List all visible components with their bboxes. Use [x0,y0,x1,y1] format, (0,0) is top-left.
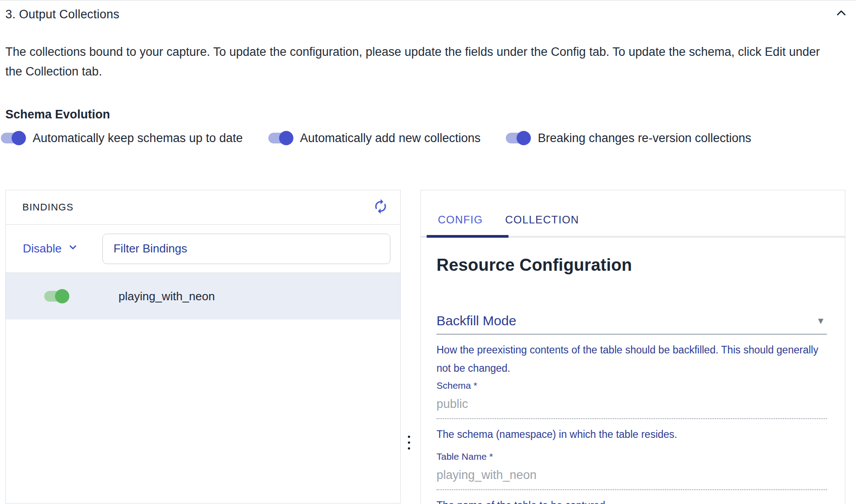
vertical-dots-icon [408,436,410,449]
filter-bindings-input[interactable] [102,234,390,264]
config-tabs: CONFIG COLLECTION [421,190,845,238]
toggle-breaking-changes: Breaking changes re-version collections [506,131,751,145]
output-collections-section: 3. Output Collections The collections bo… [0,0,856,504]
tab-list: CONFIG COLLECTION [427,190,590,238]
binding-row[interactable]: playing_with_neon [6,273,400,319]
bindings-controls: Disable [6,225,400,273]
section-header: 3. Output Collections [5,0,849,28]
dropdown-arrow-icon[interactable]: ▼ [816,316,825,326]
collapse-section-button[interactable] [834,7,849,22]
table-name-field-label: Table Name * [436,451,827,462]
table-name-field-description: The name of the table to be captured. [436,496,827,504]
config-content: Resource Configuration Backfill Mode ▼ H… [421,256,845,504]
chevron-down-icon [68,242,78,256]
backfill-mode-select[interactable]: Backfill Mode ▼ [436,313,827,335]
refresh-icon [373,198,389,216]
switch-knob [517,131,531,145]
tab-collection[interactable]: COLLECTION [494,190,590,238]
schema-field [436,391,827,419]
active-tab-indicator [427,235,509,238]
add-collections-switch[interactable] [268,131,293,145]
switch-knob [12,131,26,145]
schema-field-description: The schema (namespace) in which the tabl… [436,425,827,443]
binding-enabled-switch[interactable] [44,289,69,303]
switch-knob [279,131,293,145]
disable-dropdown-label: Disable [23,242,62,256]
chevron-up-icon [835,7,848,21]
schema-evolution-toggles: Automatically keep schemas up to date Au… [1,131,751,145]
resource-configuration-heading: Resource Configuration [436,256,827,275]
keep-schemas-switch[interactable] [1,131,26,145]
backfill-mode-description: How the preexisting contents of the tabl… [436,341,832,378]
backfill-mode-label: Backfill Mode [436,313,516,328]
refresh-bindings-button[interactable] [372,198,390,216]
switch-knob [55,289,69,303]
schema-evolution-heading: Schema Evolution [5,108,110,122]
schema-field-label: Schema * [436,380,827,391]
tab-config[interactable]: CONFIG [427,190,494,238]
schema-field-input [436,397,827,411]
toggle-keep-schemas: Automatically keep schemas up to date [1,131,243,145]
toggle-label: Breaking changes re-version collections [538,131,751,145]
table-name-field-input [436,468,827,482]
breaking-changes-switch[interactable] [506,131,531,145]
table-name-field [436,462,827,490]
binding-name: playing_with_neon [119,290,215,303]
toggle-add-collections: Automatically add new collections [268,131,481,145]
toggle-label: Automatically keep schemas up to date [33,131,243,145]
bindings-panel: BINDINGS Disable playing_with_neon [5,190,401,504]
section-description: The collections bound to your capture. T… [5,42,831,81]
config-panel: CONFIG COLLECTION Resource Configuration… [420,190,845,504]
section-title: 3. Output Collections [5,8,119,21]
toggle-label: Automatically add new collections [300,131,481,145]
bindings-header: BINDINGS [6,190,400,225]
panel-resize-handle[interactable] [405,434,413,451]
bindings-title: BINDINGS [22,202,73,213]
disable-dropdown-button[interactable]: Disable [23,242,78,256]
